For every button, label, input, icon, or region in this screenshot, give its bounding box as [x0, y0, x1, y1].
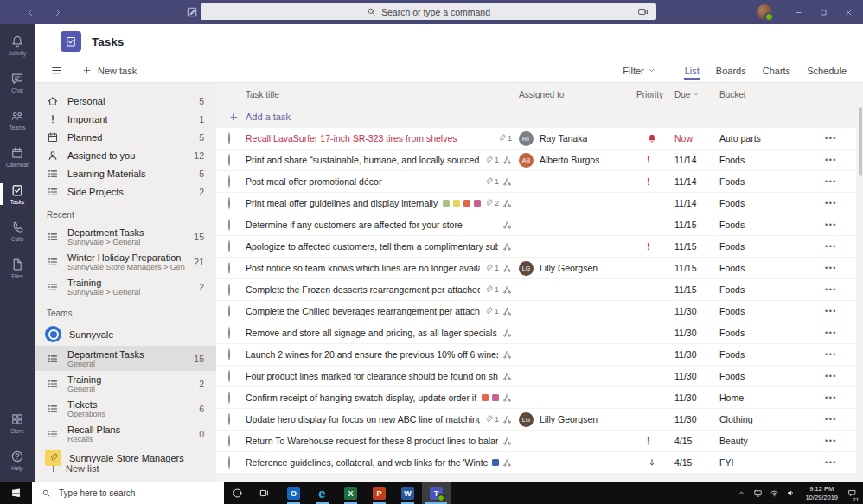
- taskbar-app-edge[interactable]: e: [308, 482, 336, 504]
- sidebar-item-planned[interactable]: Planned5: [35, 128, 216, 146]
- task-row[interactable]: Remove and store all signage and pricing…: [216, 322, 856, 343]
- task-row[interactable]: Update hero display for focus on new ABC…: [216, 409, 856, 430]
- rail-item-store[interactable]: Store: [0, 405, 35, 442]
- row-actions-button[interactable]: •••: [820, 134, 856, 143]
- row-actions-button[interactable]: •••: [820, 458, 856, 467]
- row-actions-button[interactable]: •••: [820, 350, 856, 359]
- rail-item-teams[interactable]: Teams: [0, 101, 35, 138]
- task-row[interactable]: Apologize to affected customers, tell th…: [216, 236, 856, 257]
- task-checkbox[interactable]: [228, 262, 230, 274]
- task-checkbox[interactable]: [228, 370, 230, 382]
- rail-item-help[interactable]: Help: [0, 442, 35, 479]
- add-task-button[interactable]: Add a task: [216, 105, 856, 128]
- row-actions-button[interactable]: •••: [820, 242, 856, 251]
- column-due[interactable]: Due: [674, 90, 719, 99]
- action-center-button[interactable]: 21: [844, 482, 860, 504]
- task-row[interactable]: Complete the Chilled beverages rearrange…: [216, 301, 856, 322]
- task-row[interactable]: Print meal offer guidelines and display …: [216, 193, 856, 214]
- device-icon[interactable]: [637, 6, 649, 17]
- row-actions-button[interactable]: •••: [820, 220, 856, 229]
- task-checkbox[interactable]: [228, 284, 230, 296]
- task-checkbox[interactable]: [228, 305, 230, 317]
- task-row[interactable]: Four product lines marked for clearance …: [216, 366, 856, 386]
- sidebar-item-learning-materials[interactable]: Learning Materials5: [35, 164, 216, 182]
- pc-status-button[interactable]: [750, 482, 766, 504]
- close-button[interactable]: [836, 0, 861, 24]
- start-button[interactable]: [0, 482, 32, 504]
- task-row[interactable]: Post notice so team knows which lines ar…: [216, 258, 856, 278]
- command-search-bar[interactable]: Search or type a command: [201, 3, 656, 20]
- task-row[interactable]: Print and share “sustainable, humane, an…: [216, 150, 856, 170]
- task-row[interactable]: Return To Warehouse request for these 8 …: [216, 431, 856, 451]
- task-row[interactable]: Complete the Frozen desserts rearrangeme…: [216, 279, 856, 300]
- tab-list[interactable]: List: [684, 61, 700, 81]
- task-checkbox[interactable]: [228, 327, 230, 339]
- row-actions-button[interactable]: •••: [820, 393, 856, 402]
- task-row[interactable]: Recall LavaSurfer 17-inch SR-323 tires f…: [216, 128, 856, 149]
- rail-item-tasks[interactable]: Tasks: [0, 175, 35, 213]
- maximize-button[interactable]: [811, 0, 836, 24]
- task-checkbox[interactable]: [228, 175, 230, 188]
- row-actions-button[interactable]: •••: [820, 156, 856, 164]
- task-row[interactable]: Confirm receipt of hanging swatch displa…: [216, 387, 856, 408]
- taskbar-app-word[interactable]: W: [393, 482, 422, 504]
- forward-icon[interactable]: [53, 8, 62, 17]
- rail-item-activity[interactable]: Activity: [0, 27, 35, 64]
- new-list-button[interactable]: New list: [35, 455, 216, 482]
- rail-item-files[interactable]: Files: [0, 250, 35, 287]
- task-checkbox[interactable]: [228, 348, 230, 360]
- sidebar-item-personal[interactable]: Personal5: [35, 92, 216, 110]
- taskbar-app-powerpoint[interactable]: P: [365, 482, 393, 504]
- rail-item-calendar[interactable]: Calendar: [0, 138, 35, 175]
- volume-button[interactable]: [783, 482, 799, 504]
- network-button[interactable]: [766, 482, 783, 504]
- compose-icon[interactable]: [186, 6, 198, 18]
- taskbar-app-teams[interactable]: T: [422, 482, 451, 504]
- row-actions-button[interactable]: •••: [820, 372, 856, 380]
- plan-item-training[interactable]: TrainingGeneral2: [35, 371, 216, 396]
- task-view-button[interactable]: [250, 482, 276, 504]
- row-actions-button[interactable]: •••: [820, 415, 856, 424]
- task-checkbox[interactable]: [228, 413, 230, 425]
- task-checkbox[interactable]: [228, 154, 230, 166]
- back-icon[interactable]: [26, 8, 35, 17]
- team-item-sunnyvale[interactable]: Sunnyvale: [35, 322, 216, 346]
- sidebar-item-important[interactable]: Important1: [35, 110, 216, 128]
- minimize-button[interactable]: [786, 0, 811, 24]
- task-checkbox[interactable]: [228, 219, 230, 231]
- task-checkbox[interactable]: [228, 197, 230, 209]
- plan-item-recall-plans[interactable]: Recall PlansRecalls0: [35, 421, 216, 446]
- task-checkbox[interactable]: [228, 392, 230, 404]
- recent-item-winter-holiday-preparation[interactable]: Winter Holiday PreparationSunnyvale Stor…: [35, 249, 216, 274]
- new-task-button[interactable]: New task: [82, 66, 137, 76]
- taskbar-app-excel[interactable]: X: [336, 482, 365, 504]
- row-actions-button[interactable]: •••: [820, 437, 856, 445]
- rail-item-calls[interactable]: Calls: [0, 213, 35, 250]
- task-row[interactable]: Reference guidelines, collateral, and we…: [216, 452, 856, 473]
- scrollbar[interactable]: [858, 107, 863, 477]
- task-checkbox[interactable]: [228, 456, 230, 469]
- recent-item-department-tasks[interactable]: Department TasksSunnyvale > General15: [35, 224, 216, 249]
- rail-item-chat[interactable]: Chat: [0, 64, 35, 101]
- filter-button[interactable]: Filter: [623, 66, 655, 76]
- sidebar-item-side-projects[interactable]: Side Projects2: [35, 182, 216, 201]
- row-actions-button[interactable]: •••: [820, 307, 856, 316]
- task-checkbox[interactable]: [228, 240, 230, 252]
- plan-item-tickets[interactable]: TicketsOperations6: [35, 396, 216, 421]
- task-row[interactable]: Determine if any customers are affected …: [216, 214, 856, 235]
- tab-charts[interactable]: Charts: [762, 61, 791, 81]
- tab-schedule[interactable]: Schedule: [806, 61, 847, 81]
- row-actions-button[interactable]: •••: [820, 199, 856, 207]
- sidebar-item-assigned-to-you[interactable]: Assigned to you12: [35, 146, 216, 164]
- cortana-button[interactable]: [224, 482, 250, 504]
- row-actions-button[interactable]: •••: [820, 285, 856, 294]
- task-row[interactable]: Launch 2 wines for 20 and ensure the pre…: [216, 344, 856, 365]
- taskbar-app-outlook[interactable]: O: [279, 482, 308, 504]
- task-checkbox[interactable]: [228, 435, 230, 447]
- row-actions-button[interactable]: •••: [820, 329, 856, 337]
- task-row[interactable]: Post meal offer promotional décor1!11/14…: [216, 171, 856, 192]
- clock[interactable]: 9:12 PM 10/29/2019: [799, 485, 844, 502]
- profile-avatar[interactable]: [757, 4, 772, 20]
- row-actions-button[interactable]: •••: [820, 177, 856, 186]
- tray-expand-button[interactable]: [733, 482, 750, 504]
